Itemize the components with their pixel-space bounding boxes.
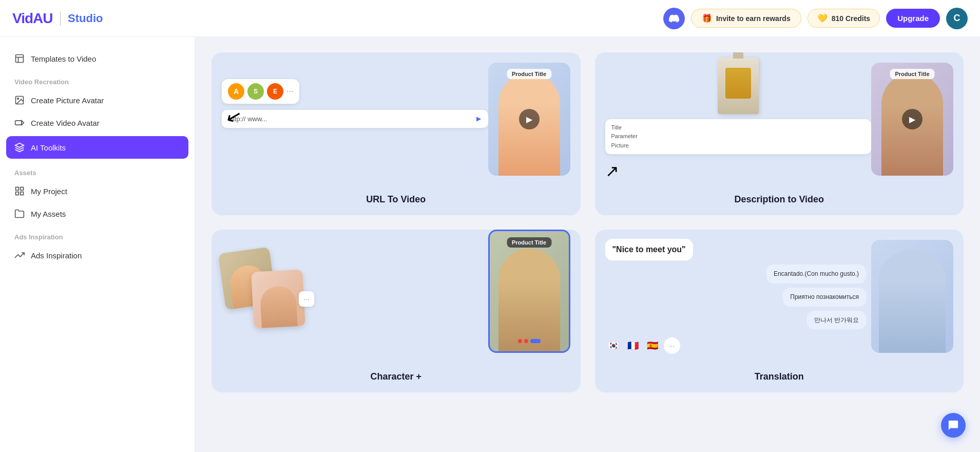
play-button-overlay: ▶ bbox=[519, 109, 540, 129]
char-card-image: ··· Product Title bbox=[212, 230, 581, 363]
header: VidAU Studio 🎁 Invite to earn rewards 💛 … bbox=[0, 0, 980, 37]
param-picture: Picture bbox=[611, 141, 866, 150]
picture-icon bbox=[14, 95, 25, 105]
char-photos-area: ··· bbox=[222, 240, 324, 353]
assets-icon bbox=[14, 209, 25, 219]
flag-more: ··· bbox=[664, 337, 680, 354]
upgrade-button[interactable]: Upgrade bbox=[886, 9, 940, 28]
desc-left-panel: Title Parameter Picture ↗ bbox=[605, 58, 872, 181]
sidebar-label-my-assets: My Assets bbox=[31, 210, 66, 218]
project-icon bbox=[14, 186, 25, 196]
svg-rect-8 bbox=[21, 187, 24, 191]
corner-dots bbox=[518, 339, 541, 343]
url-card-image: A S E ··· http:// www... ▶ ↙ bbox=[212, 52, 581, 186]
discord-icon bbox=[669, 13, 679, 24]
ads-icon bbox=[14, 250, 25, 260]
flag-korea: 🇰🇷 bbox=[605, 337, 622, 354]
sidebar-item-my-project[interactable]: My Project bbox=[0, 180, 195, 202]
char-plus-label: Character + bbox=[212, 363, 581, 392]
param-title: Title bbox=[611, 123, 866, 133]
invite-button[interactable]: 🎁 Invite to earn rewards bbox=[691, 9, 801, 28]
char-illustration: ··· Product Title bbox=[222, 240, 570, 353]
template-icon bbox=[14, 53, 25, 64]
invite-label: Invite to earn rewards bbox=[716, 14, 791, 23]
sidebar-label-ads: Ads Inspiration bbox=[31, 251, 82, 260]
perfume-bottle bbox=[718, 58, 759, 114]
product-title-badge: Product Title bbox=[507, 69, 551, 79]
url-illustration: A S E ··· http:// www... ▶ ↙ bbox=[222, 63, 570, 176]
char-product-title: Product Title bbox=[507, 237, 551, 248]
description-to-video-card[interactable]: Title Parameter Picture ↗ Product Title … bbox=[595, 52, 964, 215]
desc-card-image: Title Parameter Picture ↗ Product Title … bbox=[595, 52, 964, 186]
svg-rect-5 bbox=[15, 121, 22, 125]
svg-marker-6 bbox=[22, 121, 24, 125]
ai-icon bbox=[14, 142, 25, 153]
bubble-korean: 만나서 반가워요 bbox=[807, 311, 866, 330]
user-avatar[interactable]: C bbox=[946, 8, 968, 29]
credits-icon: 💛 bbox=[817, 13, 828, 23]
logo: VidAU bbox=[12, 10, 53, 27]
sidebar-item-create-video-avatar[interactable]: Create Video Avatar bbox=[0, 111, 195, 134]
flag-icons-area: 🇰🇷 🇫🇷 🇪🇸 ··· bbox=[605, 337, 867, 354]
sidebar-label-templates: Templates to Video bbox=[31, 54, 96, 63]
desc-arrow-icon: ↗ bbox=[605, 161, 872, 181]
sidebar: Templates to Video Video Recreation Crea… bbox=[0, 37, 195, 452]
svg-rect-9 bbox=[16, 192, 19, 195]
sidebar-label-ai-toolkits: AI Toolkits bbox=[31, 143, 66, 152]
bubble-russian: Приятно познакомиться bbox=[783, 288, 866, 307]
svg-point-4 bbox=[17, 98, 19, 100]
marketplace-icons: A S E ··· bbox=[222, 79, 299, 104]
studio-label: Studio bbox=[68, 12, 103, 25]
more-dots: ··· bbox=[286, 87, 293, 96]
header-logo-area: VidAU Studio bbox=[12, 10, 103, 27]
logo-divider bbox=[60, 11, 61, 26]
sidebar-item-templates-to-video[interactable]: Templates to Video bbox=[0, 47, 195, 70]
sidebar-item-create-picture-avatar[interactable]: Create Picture Avatar bbox=[0, 89, 195, 111]
flag-france: 🇫🇷 bbox=[625, 337, 641, 354]
tools-grid: A S E ··· http:// www... ▶ ↙ bbox=[212, 52, 964, 392]
trans-illustration: "Nice to meet you" Encantado.(Con mucho … bbox=[605, 240, 954, 353]
dot-red bbox=[518, 339, 522, 343]
url-to-video-card[interactable]: A S E ··· http:// www... ▶ ↙ bbox=[212, 52, 581, 215]
avatar-preview-desc: Product Title ▶ bbox=[871, 63, 953, 176]
trans-card-image: "Nice to meet you" Encantado.(Con mucho … bbox=[595, 230, 964, 363]
discord-button[interactable] bbox=[663, 8, 685, 29]
chat-fab-button[interactable] bbox=[941, 413, 966, 438]
url-to-video-label: URL To Video bbox=[212, 186, 581, 215]
avatar-preview-char: Product Title bbox=[488, 230, 570, 353]
chat-icon bbox=[948, 420, 959, 431]
sidebar-label-picture-avatar: Create Picture Avatar bbox=[31, 96, 104, 105]
desc-illustration: Title Parameter Picture ↗ Product Title … bbox=[605, 63, 954, 176]
desc-play-button: ▶ bbox=[902, 109, 923, 129]
credits-button[interactable]: 💛 810 Credits bbox=[808, 9, 880, 28]
url-go-icon: ▶ bbox=[476, 115, 481, 122]
header-actions: 🎁 Invite to earn rewards 💛 810 Credits U… bbox=[663, 8, 968, 29]
svg-rect-0 bbox=[16, 55, 24, 63]
desc-params-box: Title Parameter Picture bbox=[605, 119, 872, 155]
url-left-panel: A S E ··· http:// www... ▶ ↙ bbox=[222, 79, 488, 160]
amazon-icon: A bbox=[228, 83, 244, 100]
sidebar-item-ai-toolkits[interactable]: AI Toolkits bbox=[6, 136, 188, 159]
sidebar-item-my-assets[interactable]: My Assets bbox=[0, 202, 195, 225]
desc-to-video-label: Description to Video bbox=[595, 186, 964, 215]
desc-product-title-badge: Product Title bbox=[890, 69, 934, 79]
sidebar-label-video-avatar: Create Video Avatar bbox=[31, 119, 100, 127]
dot-blue bbox=[530, 339, 541, 343]
invite-icon: 🎁 bbox=[702, 13, 712, 23]
bubble-spanish: Encantado.(Con mucho gusto.) bbox=[766, 265, 866, 284]
photo-card-2 bbox=[251, 269, 305, 328]
person-silhouette-2 bbox=[260, 285, 298, 328]
param-parameter: Parameter bbox=[611, 132, 866, 141]
character-plus-card[interactable]: ··· Product Title Character + bbox=[212, 230, 581, 392]
main-layout: Templates to Video Video Recreation Crea… bbox=[0, 37, 980, 452]
section-video-recreation: Video Recreation bbox=[0, 70, 195, 89]
section-ads-inspiration: Ads Inspiration bbox=[0, 225, 195, 244]
sidebar-item-ads-inspiration[interactable]: Ads Inspiration bbox=[0, 244, 195, 267]
bubble-english: "Nice to meet you" bbox=[605, 239, 693, 260]
etsy-icon: E bbox=[267, 83, 283, 100]
perfume-liquid bbox=[725, 68, 751, 99]
main-content: A S E ··· http:// www... ▶ ↙ bbox=[195, 37, 980, 452]
translation-card[interactable]: "Nice to meet you" Encantado.(Con mucho … bbox=[595, 230, 964, 392]
photo-more-dots: ··· bbox=[299, 291, 314, 307]
avatar-preview-trans bbox=[871, 240, 953, 353]
